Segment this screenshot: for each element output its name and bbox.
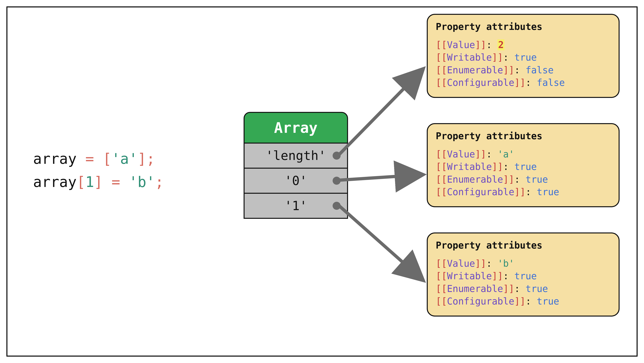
- code-token: =: [112, 173, 129, 190]
- property-line: [[Enumerable]]: true: [436, 282, 610, 295]
- array-header: Array: [244, 112, 348, 144]
- property-line: [[Enumerable]]: false: [436, 64, 610, 76]
- property-line: [[Writable]]: true: [436, 51, 610, 64]
- code-token: ]: [94, 173, 111, 190]
- svg-line-1: [338, 175, 424, 180]
- code-line-1: array = ['a'];: [33, 147, 164, 170]
- connector-dot: [332, 177, 341, 185]
- code-token: = [: [85, 150, 112, 167]
- array-cell-label: '0': [284, 173, 307, 188]
- property-line: [[Configurable]]: false: [436, 76, 610, 89]
- code-token: 1: [85, 173, 94, 190]
- svg-line-2: [338, 205, 424, 281]
- property-lines: [[Value]]: 'a'[[Writable]]: true[[Enumer…: [436, 148, 610, 198]
- array-box: Array 'length' '0' '1': [244, 112, 348, 219]
- code-token: 'a': [112, 150, 138, 167]
- property-card-0: Property attributes [[Value]]: 'a'[[Writ…: [427, 123, 620, 207]
- array-cell-label: '1': [284, 199, 307, 213]
- code-token: array: [33, 150, 85, 167]
- svg-line-0: [338, 69, 424, 155]
- property-line: [[Value]]: 'a': [436, 148, 610, 160]
- property-line: [[Configurable]]: true: [436, 295, 610, 307]
- property-line: [[Value]]: 'b': [436, 257, 610, 270]
- connector-dot: [332, 152, 341, 160]
- property-line: [[Enumerable]]: true: [436, 173, 610, 186]
- code-token: 'b': [129, 173, 155, 190]
- code-token: array: [33, 173, 77, 190]
- code-token: [: [77, 173, 85, 190]
- code-token: ;: [155, 173, 164, 190]
- property-lines: [[Value]]: 'b'[[Writable]]: true[[Enumer…: [436, 257, 610, 307]
- code-line-2: array[1] = 'b';: [33, 170, 164, 194]
- array-cell-0: '0': [244, 168, 347, 193]
- array-cell-label: 'length': [266, 148, 326, 163]
- property-lines: [[Value]]: 2[[Writable]]: true[[Enumerab…: [436, 39, 610, 89]
- code-token: ];: [138, 150, 155, 167]
- property-card-title: Property attributes: [436, 131, 610, 141]
- property-line: [[Configurable]]: true: [436, 186, 610, 198]
- code-block: array = ['a']; array[1] = 'b';: [33, 147, 164, 194]
- property-card-title: Property attributes: [436, 21, 610, 32]
- connector-dot: [332, 202, 341, 210]
- array-cell-length: 'length': [244, 144, 347, 168]
- property-line: [[Value]]: 2: [436, 39, 610, 51]
- property-card-1: Property attributes [[Value]]: 'b'[[Writ…: [427, 232, 620, 316]
- property-card-title: Property attributes: [436, 240, 610, 251]
- property-line: [[Writable]]: true: [436, 270, 610, 282]
- array-cell-1: '1': [244, 193, 347, 218]
- diagram-frame: array = ['a']; array[1] = 'b'; Array 'le…: [6, 7, 638, 356]
- array-cells: 'length' '0' '1': [244, 144, 348, 219]
- property-line: [[Writable]]: true: [436, 160, 610, 173]
- property-card-length: Property attributes [[Value]]: 2[[Writab…: [427, 14, 620, 98]
